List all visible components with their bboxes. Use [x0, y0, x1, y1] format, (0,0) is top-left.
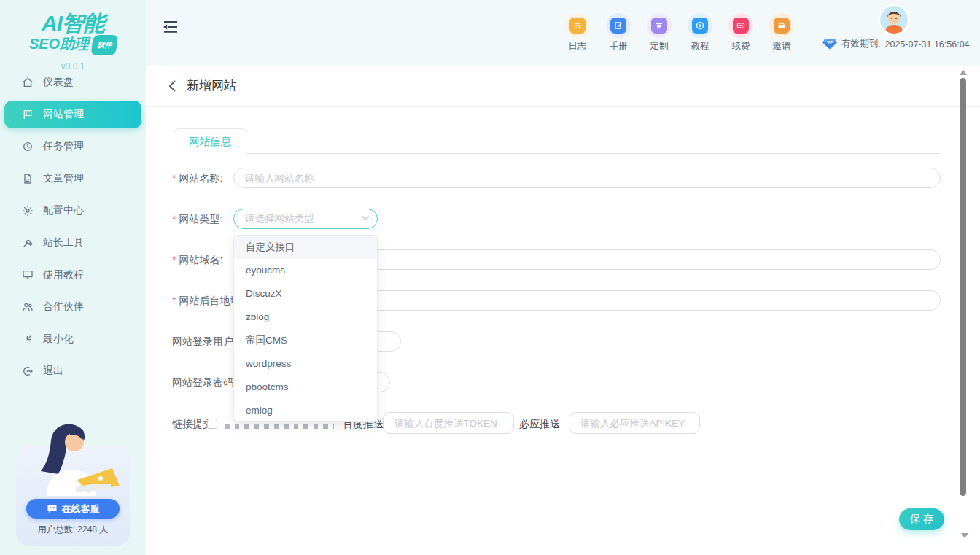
site-admin-label: *网站后台地址:: [172, 290, 243, 311]
wrench-icon: [22, 237, 34, 249]
customer-service-illustration: [25, 424, 121, 497]
site-type-dropdown: 自定义接口 eyoucms DiscuzX zblog 帝国CMS wordpr…: [233, 235, 378, 422]
logo-badge: 软件: [90, 35, 118, 55]
manual-icon: [610, 18, 626, 34]
sidebar-item-site-management[interactable]: 网站管理: [4, 101, 141, 128]
quick-links: 日志 手册 定制 教程 续费: [560, 13, 799, 53]
clock-icon: [22, 141, 34, 152]
scrollbar-thumb[interactable]: [960, 78, 966, 496]
dropdown-option[interactable]: eyoucms: [234, 259, 377, 282]
minimize-icon: [22, 333, 34, 345]
site-flag-icon: [22, 109, 34, 120]
invite-icon: [774, 18, 790, 34]
custom-icon: [651, 18, 667, 34]
quick-link-custom[interactable]: 定制: [642, 13, 677, 53]
site-type-select[interactable]: 请选择网站类型: [233, 209, 378, 229]
sidebar-item-article-management[interactable]: 文章管理: [0, 163, 146, 195]
expiry-label: 有效期到:: [841, 38, 880, 50]
dropdown-option[interactable]: zblog: [234, 306, 377, 329]
scrollbar-up-arrow[interactable]: [960, 70, 967, 75]
svg-text:VIP: VIP: [827, 41, 832, 44]
renew-icon: [733, 18, 749, 34]
tabbar-line: [174, 153, 941, 154]
main-content: 新增网站 网站信息 *网站名称: *网站类型: 请选择网站类型 *网站域名: *…: [146, 66, 980, 555]
site-type-label: *网站类型:: [172, 209, 222, 229]
dropdown-option[interactable]: pbootcms: [234, 376, 377, 399]
monitor-icon: [22, 269, 34, 281]
document-icon: [22, 173, 34, 185]
sidebar: AI智能 SEO助理软件 v3.0.1 仪表盘 网站管理 任务管理 文章管理 配…: [0, 0, 146, 555]
dropdown-option[interactable]: emlog: [234, 399, 377, 422]
scrollbar-down-arrow[interactable]: [961, 533, 968, 538]
quick-link-renew[interactable]: 续费: [723, 13, 758, 53]
back-chevron-icon[interactable]: [168, 79, 178, 93]
site-domain-label: *网站域名:: [172, 249, 222, 270]
sidebar-item-minimize[interactable]: 最小化: [0, 323, 146, 355]
logo-line-1: AI智能: [0, 12, 146, 35]
sidebar-item-tutorial[interactable]: 使用教程: [0, 259, 146, 291]
quick-link-logs[interactable]: 日志: [560, 13, 595, 53]
bing-apikey-input[interactable]: [569, 412, 700, 434]
link-submit-checkbox[interactable]: [207, 419, 217, 429]
sidebar-nav: 仪表盘 网站管理 任务管理 文章管理 配置中心 站长工具 使用教程 合作伙伴: [0, 66, 146, 387]
site-type-placeholder: 请选择网站类型: [245, 209, 314, 228]
quick-link-tutorial[interactable]: 教程: [682, 13, 718, 53]
dropdown-option[interactable]: DiscuzX: [234, 282, 377, 306]
online-service-button[interactable]: 在线客服: [26, 499, 120, 519]
partners-icon: [22, 301, 34, 313]
logo-line-2: SEO助理软件: [0, 35, 146, 57]
menu-fold-icon[interactable]: [163, 20, 178, 34]
logs-icon: [569, 18, 586, 34]
app-logo: AI智能 SEO助理软件 v3.0.1: [0, 0, 146, 71]
dropdown-option[interactable]: 自定义接口: [234, 236, 377, 259]
site-name-input[interactable]: [233, 168, 941, 188]
obscured-text-fragment: [225, 424, 334, 429]
gear-icon: [22, 205, 34, 217]
logout-icon: [22, 365, 34, 377]
home-icon: [22, 77, 34, 88]
license-expiry: VIP 有效期到: 2025-07-31 16:56:04: [822, 38, 970, 50]
site-name-label: *网站名称:: [172, 168, 222, 188]
sidebar-item-dashboard[interactable]: 仪表盘: [0, 66, 146, 98]
sidebar-item-task-management[interactable]: 任务管理: [0, 131, 146, 163]
sidebar-item-partners[interactable]: 合作伙伴: [0, 291, 146, 323]
vip-icon: VIP: [822, 39, 837, 50]
quick-link-manual[interactable]: 手册: [601, 13, 636, 53]
dropdown-option[interactable]: 帝国CMS: [234, 329, 377, 352]
customer-service-card: 在线客服 用户总数: 2248 人: [16, 446, 130, 546]
baidu-token-input[interactable]: [383, 412, 514, 434]
tutorial-icon: [692, 18, 708, 34]
sidebar-item-webmaster-tools[interactable]: 站长工具: [0, 227, 146, 259]
tab-site-info[interactable]: 网站信息: [174, 128, 246, 154]
user-total-count: 用户总数: 2248 人: [16, 524, 130, 536]
save-button[interactable]: 保存: [899, 508, 944, 530]
sidebar-item-config-center[interactable]: 配置中心: [0, 195, 146, 227]
dropdown-option[interactable]: wordpress: [234, 352, 377, 376]
divider: [146, 106, 980, 107]
chat-bubble-icon: [47, 504, 58, 513]
quick-link-invite[interactable]: 邀请: [764, 13, 799, 53]
bing-push-label: 必应推送: [519, 413, 560, 435]
sidebar-item-logout[interactable]: 退出: [0, 355, 146, 387]
login-pass-label: 网站登录密码:: [172, 372, 236, 392]
chevron-down-icon: [362, 215, 370, 221]
page-title: 新增网站: [187, 77, 236, 94]
top-header: 日志 手册 定制 教程 续费: [146, 0, 980, 66]
expiry-value: 2025-07-31 16:56:04: [884, 39, 969, 50]
user-avatar[interactable]: [880, 6, 908, 34]
